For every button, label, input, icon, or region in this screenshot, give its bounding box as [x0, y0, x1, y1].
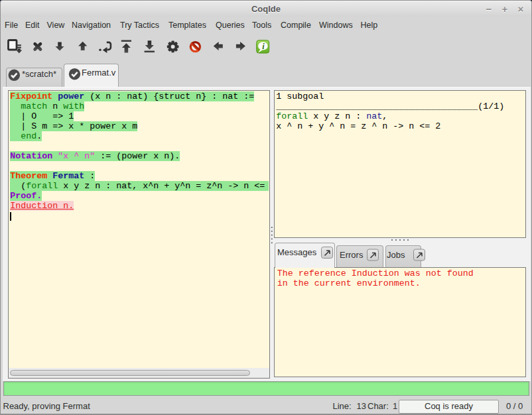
svg-text:i: i	[262, 42, 265, 51]
